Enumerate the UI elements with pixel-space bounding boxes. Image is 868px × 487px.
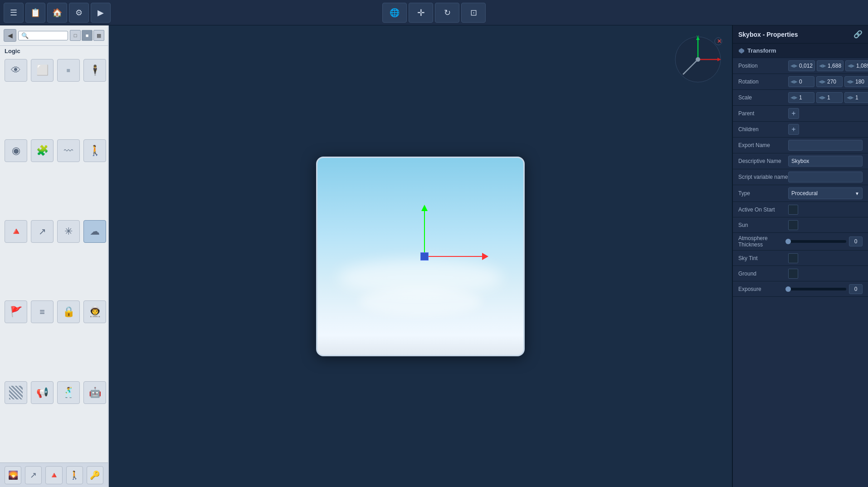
scale-z-input[interactable]: ◀▶ 1 (844, 92, 868, 103)
position-z-value: 1,089 (856, 63, 868, 69)
type-value: Procedural ▼ (788, 187, 863, 199)
position-y-input[interactable]: ◀▶ 1,688 (817, 60, 844, 71)
bottom-link[interactable]: ↗ (25, 466, 42, 484)
sidebar-search-bar: ◀ 🔍 □ ■ ▦ (0, 25, 108, 46)
menu-button[interactable]: ☰ (4, 3, 24, 23)
sidebar-toggle-button[interactable]: ◀ (4, 29, 16, 42)
atmosphere-slider-track[interactable] (788, 240, 846, 243)
menu-icon: ☰ (10, 8, 17, 18)
children-add-button[interactable]: + (788, 124, 799, 135)
parent-add-button[interactable]: + (788, 108, 799, 119)
cone-icon: 🔺 (10, 226, 22, 237)
exposure-label: Exposure (738, 286, 788, 292)
logic-eye[interactable]: 👁 (5, 59, 27, 82)
bottom-key[interactable]: 🔑 (87, 466, 103, 484)
exposure-slider-track[interactable] (788, 288, 846, 290)
descriptive-name-row: Descriptive Name (733, 153, 868, 169)
scale-z-value: 1 (855, 94, 858, 101)
left-sidebar: ◀ 🔍 □ ■ ▦ Logic 👁 ⬜ ▪ 🕴 ◉ 🧩 〰 🚶 🔺 (0, 25, 109, 487)
terrain-icon: 🌄 (8, 470, 18, 480)
search-input[interactable] (30, 32, 65, 39)
home-button[interactable]: 🏠 (47, 3, 67, 23)
rotation-y-arrows: ◀▶ (819, 79, 826, 84)
logic-cloud[interactable]: ☁ Skybox (83, 220, 106, 243)
logic-lock[interactable]: 🔒 (57, 300, 80, 323)
type-select[interactable]: Procedural ▼ (788, 187, 863, 199)
rotate-icon: ↻ (444, 8, 451, 18)
exposure-slider-value: 0 (849, 284, 863, 294)
logic-wave[interactable]: 〰 (57, 139, 80, 162)
scale-x-value: 1 (799, 94, 802, 101)
script-variable-input[interactable] (788, 172, 863, 182)
settings-button[interactable]: ⚙ (69, 3, 89, 23)
logic-cone[interactable]: 🔺 (5, 220, 27, 243)
logic-square[interactable]: ▪ (57, 59, 80, 82)
atmosphere-thickness-value: 0 (788, 236, 863, 246)
position-z-input[interactable]: ◀▶ 1,089 (845, 60, 868, 71)
sky-tint-color-picker[interactable] (788, 253, 798, 263)
rotation-z-input[interactable]: ◀▶ 180 (844, 76, 868, 87)
solid-view-button[interactable]: ■ (82, 30, 93, 41)
active-on-start-toggle[interactable] (788, 205, 798, 215)
sun-color-picker[interactable] (788, 220, 798, 230)
key-icon: 🔑 (90, 470, 100, 480)
logic-lines[interactable]: ≡ (31, 300, 54, 323)
rotation-y-input[interactable]: ◀▶ 270 (816, 76, 843, 87)
position-x-input[interactable]: ◀▶ 0,012 (788, 60, 815, 71)
rotation-label: Rotation (738, 79, 788, 85)
logic-person2[interactable]: 🚶 (83, 139, 106, 162)
scale-icon: ⊡ (470, 8, 477, 18)
logic-puzzle[interactable]: 🧩 (31, 139, 54, 162)
view-buttons: □ ■ ▦ (70, 30, 104, 41)
file-button[interactable]: 📋 (25, 3, 45, 23)
logic-flag[interactable]: 🚩 (5, 300, 27, 323)
right-panel: Skybox - Properties 🔗 Transform Position… (732, 25, 868, 487)
parent-row: Parent + (733, 106, 868, 122)
export-name-input[interactable] (788, 140, 863, 151)
grid-view-button[interactable]: ▦ (93, 30, 104, 41)
logic-person[interactable]: 🕴 (83, 59, 106, 82)
logic-export[interactable]: ↗ (31, 220, 54, 243)
logic-figure[interactable]: 🕺 (57, 381, 80, 404)
figure-icon: 🕺 (63, 387, 75, 398)
top-toolbar: ☰ 📋 🏠 ⚙ ▶ 🌐 ✛ ↻ ⊡ (0, 0, 868, 25)
scale-x-input[interactable]: ◀▶ 1 (788, 92, 814, 103)
move-button[interactable]: ✛ (409, 3, 433, 23)
bottom-terrain[interactable]: 🌄 (5, 466, 21, 484)
play-button[interactable]: ▶ (91, 3, 111, 23)
lock-icon: 🔒 (63, 306, 75, 318)
scale-button[interactable]: ⊡ (461, 3, 486, 23)
position-row: Position ◀▶ 0,012 ◀▶ 1,688 ◀▶ 1,089 (733, 58, 868, 74)
svg-point-9 (696, 57, 700, 62)
scale-y-input[interactable]: ◀▶ 1 (816, 92, 843, 103)
globe-button[interactable]: 🌐 (382, 3, 407, 23)
viewport[interactable]: y ✕ (109, 25, 732, 487)
center-toolbar: 🌐 ✛ ↻ ⊡ (382, 3, 486, 23)
cloud-icon: ☁ (90, 226, 100, 237)
export-name-label: Export Name (738, 142, 788, 148)
bottom-cone[interactable]: 🔺 (45, 466, 62, 484)
sun-label: Sun (738, 222, 788, 228)
logic-astronaut[interactable]: 👨‍🚀 (83, 300, 106, 323)
list-view-button[interactable]: □ (70, 30, 81, 41)
ground-color-picker[interactable] (788, 269, 798, 279)
position-z-arrows: ◀▶ (848, 64, 855, 68)
logic-cube[interactable]: ⬜ (31, 59, 54, 82)
link-icon[interactable]: 🔗 (853, 30, 863, 39)
sun-value (788, 220, 863, 230)
rotation-x-input[interactable]: ◀▶ 0 (788, 76, 814, 87)
logic-sound[interactable]: 📢 (31, 381, 54, 404)
rotation-y-value: 270 (827, 79, 836, 85)
exposure-value: 0 (788, 284, 863, 294)
main-area: ◀ 🔍 □ ■ ▦ Logic 👁 ⬜ ▪ 🕴 ◉ 🧩 〰 🚶 🔺 (0, 25, 868, 487)
logic-robot[interactable]: 🤖 (83, 381, 106, 404)
scale-label: Scale (738, 94, 788, 101)
logic-spin[interactable]: ✳ (57, 220, 80, 243)
active-on-start-row: Active On Start (733, 202, 868, 217)
logic-gradient[interactable] (5, 381, 27, 404)
descriptive-name-value (788, 156, 863, 167)
bottom-person[interactable]: 🚶 (66, 466, 83, 484)
rotate-button[interactable]: ↻ (435, 3, 459, 23)
descriptive-name-input[interactable] (788, 156, 863, 167)
logic-circle[interactable]: ◉ (5, 139, 27, 162)
